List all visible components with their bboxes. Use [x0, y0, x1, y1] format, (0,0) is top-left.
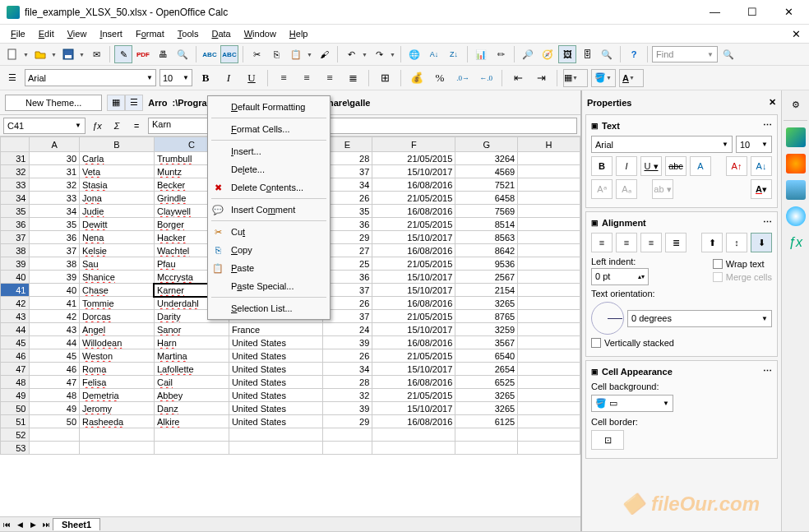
cell[interactable]: Veta — [80, 165, 155, 178]
col-header-F[interactable]: F — [372, 137, 455, 152]
sp-highlight[interactable]: ab ▾ — [652, 179, 673, 199]
sp-valign-bottom[interactable]: ⬇ — [751, 233, 772, 252]
cell[interactable]: 21/05/2015 — [372, 218, 455, 231]
cell[interactable]: 15/10/2017 — [372, 231, 455, 244]
close-button[interactable]: ✕ — [770, 1, 807, 24]
sp-font-size[interactable]: 10▼ — [736, 136, 772, 153]
cell[interactable]: 47 — [30, 376, 80, 389]
align-right-button[interactable]: ≡ — [320, 69, 340, 87]
hyperlink-button[interactable]: 🌐 — [405, 45, 423, 63]
autofilter-button[interactable]: 🔎 — [519, 45, 537, 63]
cell[interactable]: 3265 — [455, 402, 518, 415]
cell[interactable]: Jeromy — [80, 402, 155, 415]
cell[interactable]: 7569 — [455, 205, 518, 218]
menu-data[interactable]: Data — [206, 27, 236, 40]
font-name-combo[interactable]: Arial▼ — [25, 69, 156, 86]
last-sheet-button[interactable]: ⏭ — [39, 518, 53, 531]
sp-italic[interactable]: I — [616, 156, 637, 176]
cell[interactable]: United States — [229, 349, 322, 363]
cell[interactable]: Weston — [80, 349, 155, 363]
cell[interactable]: France — [229, 323, 322, 336]
ctx-cut[interactable]: ✂Cut — [208, 223, 330, 241]
cell[interactable]: Shanice — [80, 271, 155, 284]
cell[interactable]: 42 — [30, 310, 80, 323]
row-header[interactable]: 51 — [1, 415, 30, 428]
row-header[interactable]: 48 — [1, 376, 30, 389]
sp-indent-spinner[interactable]: 0 pt▴▾ — [591, 268, 649, 285]
cell[interactable]: United States — [229, 376, 322, 389]
cell[interactable]: Felisa — [80, 376, 155, 389]
vstack-checkbox[interactable] — [591, 338, 601, 348]
cell[interactable] — [518, 442, 580, 455]
cell[interactable]: 16/08/2016 — [372, 297, 455, 310]
cell[interactable] — [518, 218, 580, 231]
cell[interactable] — [518, 271, 580, 284]
cell[interactable] — [518, 231, 580, 244]
cell[interactable]: Kelsie — [80, 244, 155, 257]
redo-button[interactable]: ↷ — [370, 45, 388, 63]
sort-asc-button[interactable]: A↓ — [425, 45, 443, 63]
cell[interactable]: 39 — [322, 336, 372, 349]
function-button[interactable]: = — [128, 118, 145, 134]
menu-edit[interactable]: Edit — [33, 27, 60, 40]
styles-button[interactable]: ☰ — [3, 69, 21, 87]
cell[interactable]: 4569 — [455, 165, 518, 178]
cell[interactable]: 6540 — [455, 349, 518, 363]
cell[interactable] — [518, 323, 580, 336]
cell[interactable] — [372, 428, 455, 442]
cell[interactable]: 21/05/2015 — [372, 152, 455, 165]
row-header[interactable]: 40 — [1, 271, 30, 284]
cell[interactable] — [80, 442, 155, 455]
sp-bold[interactable]: B — [591, 156, 613, 176]
cell[interactable]: 43 — [30, 323, 80, 336]
row-header[interactable]: 35 — [1, 205, 30, 218]
paste-button[interactable]: 📋 — [287, 45, 305, 63]
cell[interactable]: Judie — [80, 205, 155, 218]
cell[interactable]: 3264 — [455, 152, 518, 165]
cell[interactable] — [229, 442, 322, 455]
cell[interactable]: 8765 — [455, 310, 518, 323]
show-draw-button[interactable]: ✏ — [492, 45, 510, 63]
cell[interactable] — [518, 244, 580, 257]
row-header[interactable]: 32 — [1, 165, 30, 178]
cell[interactable]: 9536 — [455, 257, 518, 271]
print-button[interactable]: 🖶 — [154, 45, 172, 63]
cell[interactable]: 7521 — [455, 178, 518, 192]
minimize-button[interactable]: — — [696, 1, 733, 24]
cell[interactable]: Rasheeda — [80, 415, 155, 428]
cell[interactable]: 45 — [30, 349, 80, 363]
col-header-B[interactable]: B — [80, 137, 155, 152]
cell[interactable]: 39 — [322, 402, 372, 415]
cell[interactable]: 40 — [30, 284, 80, 297]
first-sheet-button[interactable]: ⏮ — [0, 518, 13, 531]
open-button[interactable] — [31, 45, 49, 63]
cell[interactable]: 44 — [30, 336, 80, 349]
sp-valign-middle[interactable]: ↕ — [726, 233, 747, 252]
cell[interactable]: 26 — [322, 349, 372, 363]
cell[interactable]: 16/08/2016 — [372, 244, 455, 257]
ctx-delete-[interactable]: Delete... — [208, 160, 330, 178]
cell[interactable]: Alkire — [154, 415, 229, 428]
cell[interactable]: Stasia — [80, 178, 155, 192]
sp-valign-top[interactable]: ⬆ — [701, 233, 723, 252]
cell[interactable]: 2654 — [455, 363, 518, 376]
cell[interactable]: 29 — [322, 415, 372, 428]
cell[interactable]: Martina — [154, 349, 229, 363]
cell[interactable]: 37 — [30, 244, 80, 257]
menu-tools[interactable]: Tools — [172, 27, 205, 40]
sheet-tab-1[interactable]: Sheet1 — [53, 518, 100, 530]
row-header[interactable]: 47 — [1, 363, 30, 376]
row-header[interactable]: 45 — [1, 336, 30, 349]
cell[interactable]: 15/10/2017 — [372, 402, 455, 415]
cell[interactable]: 8514 — [455, 218, 518, 231]
ctx-delete-contents-[interactable]: ✖Delete Contents... — [208, 178, 330, 197]
undo-dropdown[interactable]: ▼ — [362, 52, 368, 58]
cell[interactable]: 16/08/2016 — [372, 376, 455, 389]
bold-button[interactable]: B — [196, 69, 215, 87]
sp-align-left[interactable]: ≡ — [591, 233, 613, 252]
cell[interactable]: 6458 — [455, 192, 518, 205]
row-header[interactable]: 38 — [1, 244, 30, 257]
cell[interactable] — [518, 178, 580, 192]
row-header[interactable]: 34 — [1, 192, 30, 205]
cell[interactable]: 38 — [30, 257, 80, 271]
